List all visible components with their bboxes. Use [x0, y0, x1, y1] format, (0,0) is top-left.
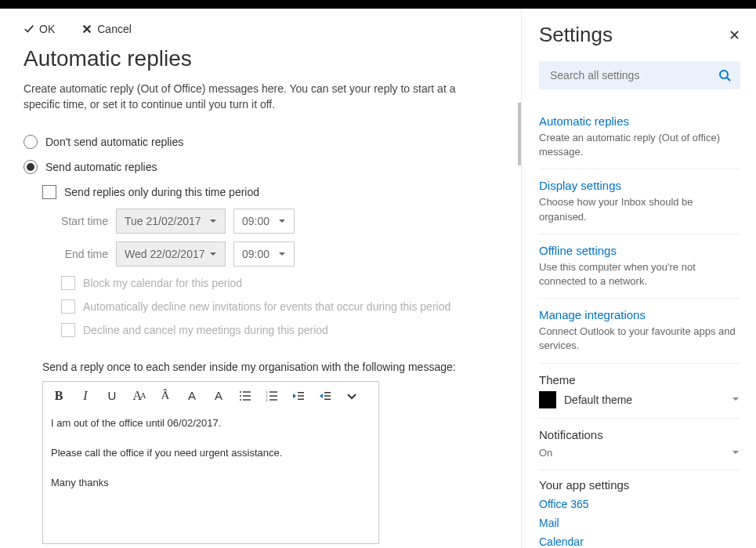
- radio-send[interactable]: Send automatic replies: [24, 160, 497, 174]
- radio-icon: [24, 160, 38, 174]
- start-date-select[interactable]: Tue 21/02/2017: [116, 209, 226, 234]
- svg-rect-13: [298, 395, 304, 397]
- svg-rect-7: [269, 391, 277, 392]
- italic-button[interactable]: I: [78, 388, 93, 404]
- svg-point-0: [240, 391, 241, 393]
- svg-line-19: [727, 78, 730, 81]
- more-formatting-button[interactable]: [344, 388, 360, 404]
- settings-panel: Settings ✕ Automatic replies Create an a…: [521, 9, 756, 548]
- page-title: Automatic replies: [24, 46, 497, 71]
- end-date-select[interactable]: Wed 22/02/2017: [116, 241, 226, 267]
- chevron-down-icon: [209, 217, 217, 225]
- radio-dont-send[interactable]: Don't send automatic replies: [24, 135, 497, 149]
- chevron-down-icon: [209, 250, 217, 258]
- start-time-label: Start time: [61, 215, 108, 227]
- svg-rect-5: [243, 399, 251, 400]
- checkbox-label: Decline and cancel my meetings during th…: [83, 324, 328, 336]
- theme-label: Theme: [539, 373, 740, 387]
- checkbox-auto-decline: Automatically decline new invitations fo…: [61, 299, 497, 314]
- checkbox-icon: [61, 323, 75, 337]
- close-settings-button[interactable]: ✕: [729, 27, 740, 44]
- notifications-value: On: [539, 446, 552, 460]
- settings-search[interactable]: [539, 61, 740, 89]
- setting-display-settings[interactable]: Display settings Choose how your Inbox s…: [539, 169, 740, 234]
- svg-rect-17: [324, 398, 331, 400]
- highlight-button[interactable]: A: [184, 388, 200, 404]
- underline-button[interactable]: U: [104, 388, 120, 404]
- scrollbar[interactable]: [518, 103, 521, 165]
- checkbox-label: Send replies only during this time perio…: [64, 186, 259, 198]
- chevron-down-icon: [731, 447, 740, 459]
- svg-point-18: [720, 71, 728, 78]
- checkbox-icon: [42, 185, 56, 199]
- page-description: Create automatic reply (Out of Office) m…: [24, 81, 486, 113]
- bold-button[interactable]: B: [51, 388, 67, 404]
- setting-offline-settings[interactable]: Offline settings Use this computer when …: [539, 234, 740, 299]
- editor-content[interactable]: I am out of the office until 06/02/2017.…: [43, 410, 378, 543]
- setting-theme[interactable]: Theme Default theme: [539, 364, 740, 419]
- end-time-value: 09:00: [242, 248, 269, 260]
- radio-icon: [24, 135, 38, 149]
- reply-line: I am out of the office until 06/02/2017.: [51, 416, 371, 430]
- start-time-select[interactable]: 09:00: [233, 209, 295, 234]
- reply-editor: B I U AA Â A A 123 I am out of the offi…: [42, 381, 379, 544]
- settings-title: Settings: [539, 23, 613, 47]
- setting-description: Use this computer when you're not connec…: [539, 260, 740, 289]
- end-time-select[interactable]: 09:00: [233, 241, 295, 267]
- svg-rect-11: [269, 399, 277, 400]
- chevron-down-icon: [731, 394, 740, 406]
- font-size-button[interactable]: AA: [131, 388, 146, 404]
- start-time-value: 09:00: [242, 215, 269, 227]
- checkbox-icon: [61, 276, 75, 290]
- setting-description: Create an automatic reply (Out of office…: [539, 131, 740, 159]
- notifications-label: Notifications: [539, 428, 740, 441]
- setting-automatic-replies[interactable]: Automatic replies Create an automatic re…: [539, 105, 740, 169]
- end-date-value: Wed 22/02/2017: [125, 248, 205, 260]
- setting-link[interactable]: Automatic replies: [539, 114, 740, 128]
- close-icon: [81, 24, 92, 34]
- app-link-calendar[interactable]: Calendar: [539, 535, 740, 548]
- setting-link[interactable]: Offline settings: [539, 244, 740, 257]
- svg-rect-15: [324, 392, 331, 394]
- ok-button[interactable]: OK: [24, 23, 55, 35]
- font-color-button[interactable]: A: [211, 388, 226, 404]
- radio-label: Don't send automatic replies: [45, 136, 183, 148]
- cancel-button[interactable]: Cancel: [81, 23, 132, 35]
- reply-line: Many thanks: [51, 476, 371, 490]
- svg-point-4: [240, 399, 241, 401]
- checkbox-block-calendar: Block my calendar for this period: [61, 276, 497, 290]
- checkbox-icon: [61, 299, 75, 314]
- app-link-office365[interactable]: Office 365: [539, 498, 740, 510]
- setting-description: Choose how your Inbox should be organise…: [539, 195, 740, 223]
- checkbox-time-period[interactable]: Send replies only during this time perio…: [42, 185, 497, 199]
- search-input[interactable]: [548, 68, 705, 82]
- end-time-label: End time: [61, 248, 108, 260]
- svg-text:3: 3: [266, 398, 268, 402]
- outdent-button[interactable]: [291, 388, 306, 404]
- chevron-down-icon: [278, 250, 286, 258]
- window-top-bar: [0, 0, 756, 9]
- bullet-list-button[interactable]: [237, 388, 253, 404]
- reply-line: Please call the office if you need urgen…: [51, 446, 371, 460]
- setting-link[interactable]: Display settings: [539, 179, 740, 192]
- number-list-button[interactable]: 123: [264, 388, 280, 404]
- setting-notifications[interactable]: Notifications On: [539, 419, 740, 470]
- theme-swatch: [539, 391, 556, 408]
- editor-toolbar: B I U AA Â A A 123: [43, 382, 378, 410]
- setting-description: Connect Outlook to your favourite apps a…: [539, 325, 740, 353]
- svg-rect-1: [243, 391, 251, 392]
- font-family-button[interactable]: Â: [157, 388, 173, 404]
- chevron-down-icon: [278, 217, 286, 225]
- svg-point-2: [240, 395, 241, 397]
- radio-label: Send automatic replies: [45, 161, 157, 173]
- start-date-value: Tue 21/02/2017: [125, 215, 201, 227]
- setting-link[interactable]: Manage integrations: [539, 308, 740, 321]
- check-icon: [24, 24, 34, 34]
- indent-button[interactable]: [317, 388, 333, 404]
- setting-manage-integrations[interactable]: Manage integrations Connect Outlook to y…: [539, 299, 740, 363]
- svg-rect-12: [298, 392, 304, 394]
- reply-message-label: Send a reply once to each sender inside …: [42, 361, 497, 373]
- ok-label: OK: [39, 23, 55, 35]
- theme-value: Default theme: [564, 394, 632, 406]
- app-link-mail[interactable]: Mail: [539, 517, 740, 529]
